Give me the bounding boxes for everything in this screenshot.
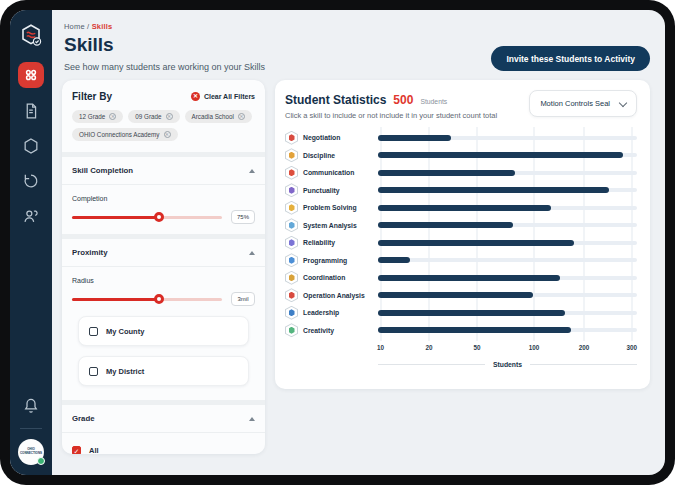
skill-label-row[interactable]: Creativity xyxy=(285,322,378,340)
slider-thumb[interactable] xyxy=(154,212,164,222)
x-axis-title-row: Students xyxy=(378,357,637,371)
bar-row[interactable] xyxy=(378,269,637,287)
stats-title: Student Statistics xyxy=(285,93,386,107)
skill-label-row[interactable]: Coordination xyxy=(285,269,378,287)
chip-close-icon[interactable]: ✕ xyxy=(166,113,173,120)
axis-decor-line xyxy=(378,364,485,365)
bar-row[interactable] xyxy=(378,234,637,252)
skill-label: Reliability xyxy=(303,239,335,246)
bar-row[interactable] xyxy=(378,164,637,182)
seal-dropdown[interactable]: Motion Controls Seal xyxy=(529,90,637,117)
skill-label-row[interactable]: Reliability xyxy=(285,234,378,252)
section-title: Skill Completion xyxy=(72,166,133,175)
bar-track xyxy=(378,276,637,280)
skill-label: Communication xyxy=(303,169,354,176)
completion-value-badge: 75% xyxy=(231,210,255,224)
grade-header[interactable]: Grade xyxy=(62,405,265,433)
filter-panel: Filter By ✕ Clear All Filters 12 Grade✕ … xyxy=(62,80,265,454)
completion-label: Completion xyxy=(72,195,255,202)
proximity-header[interactable]: Proximity xyxy=(62,239,265,267)
slider-thumb[interactable] xyxy=(154,294,164,304)
skill-label: System Analysis xyxy=(303,222,357,229)
x-axis: 10 20 50 100 200 300 xyxy=(378,342,637,355)
communication-icon xyxy=(285,166,298,180)
bar-system-analysis xyxy=(378,222,513,228)
stats-subtitle: Click a skill to include or not include … xyxy=(285,111,497,120)
completion-slider[interactable] xyxy=(72,213,222,222)
sidebar-item-skills-active[interactable] xyxy=(18,62,44,88)
bar-row[interactable] xyxy=(378,252,637,270)
bar-row[interactable] xyxy=(378,147,637,165)
skill-label-row[interactable]: Negotiation xyxy=(285,129,378,147)
bar-rows xyxy=(378,129,637,339)
skill-label-row[interactable]: Discipline xyxy=(285,147,378,165)
skill-label-row[interactable]: Leadership xyxy=(285,304,378,322)
sidebar-item-activity[interactable] xyxy=(21,171,41,191)
problem-solving-icon xyxy=(285,201,298,215)
skill-label-row[interactable]: Punctuality xyxy=(285,182,378,200)
skill-label: Discipline xyxy=(303,152,335,159)
my-district-checkbox[interactable] xyxy=(89,367,98,376)
student-statistics-panel: Student Statistics 500 Students Click a … xyxy=(275,80,650,389)
clear-x-icon: ✕ xyxy=(191,92,200,101)
filter-chip[interactable]: Arcadia School✕ xyxy=(185,110,252,123)
radius-slider[interactable] xyxy=(72,295,222,304)
skill-completion-header[interactable]: Skill Completion xyxy=(62,157,265,185)
filter-chip[interactable]: OHIO Connections Academy✕ xyxy=(72,128,178,141)
bar-punctuality xyxy=(378,187,609,193)
profile-avatar[interactable]: OHIOCONNECTIONS xyxy=(18,439,44,465)
skill-label-row[interactable]: System Analysis xyxy=(285,217,378,235)
app-window: OHIOCONNECTIONS Home / Skills Skills See… xyxy=(10,10,665,475)
skill-label-row[interactable]: Operation Analysis xyxy=(285,287,378,305)
bar-negotiation xyxy=(378,135,451,141)
sidebar-item-documents[interactable] xyxy=(21,101,41,121)
chip-close-icon[interactable]: ✕ xyxy=(238,113,245,120)
breadcrumb[interactable]: Home / Skills xyxy=(64,22,650,31)
clear-all-label: Clear All Filters xyxy=(204,93,255,100)
bar-track xyxy=(378,241,637,245)
my-district-option[interactable]: My District xyxy=(78,356,249,386)
bar-track xyxy=(378,293,637,297)
skill-labels-column: Negotiation Discipline Communication Pun… xyxy=(285,129,378,371)
chip-label: Arcadia School xyxy=(192,113,234,120)
negotiation-icon xyxy=(285,131,298,145)
online-status-badge xyxy=(37,457,45,465)
breadcrumb-home[interactable]: Home / xyxy=(64,22,89,31)
skill-label-row[interactable]: Programming xyxy=(285,252,378,270)
grade-all-option[interactable]: All xyxy=(62,433,265,454)
invite-students-button[interactable]: Invite these Students to Activity xyxy=(491,46,650,71)
avatar-logo-text: OHIOCONNECTIONS xyxy=(20,448,42,456)
skill-label-row[interactable]: Problem Solving xyxy=(285,199,378,217)
bar-row[interactable] xyxy=(378,182,637,200)
bar-row[interactable] xyxy=(378,322,637,340)
clear-all-filters-button[interactable]: ✕ Clear All Filters xyxy=(191,92,255,101)
grade-all-checkbox[interactable] xyxy=(72,446,81,454)
plot-area xyxy=(378,129,637,339)
bar-row[interactable] xyxy=(378,217,637,235)
bar-row[interactable] xyxy=(378,129,637,147)
filter-chip[interactable]: 09 Grade✕ xyxy=(128,110,179,123)
filter-chip[interactable]: 12 Grade✕ xyxy=(72,110,123,123)
document-icon xyxy=(21,101,41,121)
grade-section: Grade All xyxy=(62,405,265,454)
bar-row[interactable] xyxy=(378,287,637,305)
bar-track xyxy=(378,328,637,332)
sidebar-item-students[interactable] xyxy=(21,206,41,226)
sidebar-item-badges[interactable] xyxy=(21,136,41,156)
skill-label-row[interactable]: Communication xyxy=(285,164,378,182)
my-county-option[interactable]: My County xyxy=(78,316,249,346)
chip-close-icon[interactable]: ✕ xyxy=(164,131,171,138)
slider-fill xyxy=(72,298,159,301)
chip-close-icon[interactable]: ✕ xyxy=(109,113,116,120)
skill-label: Punctuality xyxy=(303,187,340,194)
bar-row[interactable] xyxy=(378,304,637,322)
seal-dropdown-value: Motion Controls Seal xyxy=(540,99,610,108)
chip-label: OHIO Connections Academy xyxy=(79,131,160,138)
content-row: Filter By ✕ Clear All Filters 12 Grade✕ … xyxy=(62,80,650,465)
page-header: Home / Skills Skills See how many studen… xyxy=(62,16,650,80)
my-county-checkbox[interactable] xyxy=(89,327,98,336)
notifications-bell-icon[interactable] xyxy=(21,396,41,416)
skill-label: Coordination xyxy=(303,274,345,281)
bar-row[interactable] xyxy=(378,199,637,217)
bar-leadership xyxy=(378,310,565,316)
